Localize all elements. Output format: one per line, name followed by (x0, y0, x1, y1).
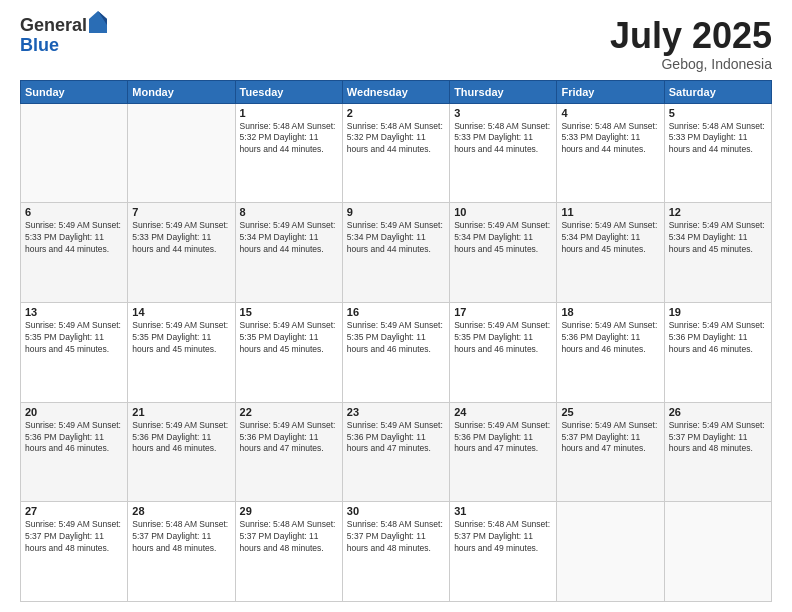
calendar-day-cell: 7Sunrise: 5:49 AM Sunset: 5:33 PM Daylig… (128, 203, 235, 303)
day-info: Sunrise: 5:49 AM Sunset: 5:36 PM Dayligh… (561, 320, 659, 356)
day-info: Sunrise: 5:49 AM Sunset: 5:35 PM Dayligh… (454, 320, 552, 356)
day-number: 11 (561, 206, 659, 218)
calendar-day-cell: 17Sunrise: 5:49 AM Sunset: 5:35 PM Dayli… (450, 302, 557, 402)
calendar-week-row: 1Sunrise: 5:48 AM Sunset: 5:32 PM Daylig… (21, 103, 772, 203)
calendar-day-cell: 20Sunrise: 5:49 AM Sunset: 5:36 PM Dayli… (21, 402, 128, 502)
day-number: 15 (240, 306, 338, 318)
day-number: 25 (561, 406, 659, 418)
calendar-day-cell: 27Sunrise: 5:49 AM Sunset: 5:37 PM Dayli… (21, 502, 128, 602)
calendar-day-cell: 30Sunrise: 5:48 AM Sunset: 5:37 PM Dayli… (342, 502, 449, 602)
day-number: 23 (347, 406, 445, 418)
day-number: 28 (132, 505, 230, 517)
calendar-day-cell: 12Sunrise: 5:49 AM Sunset: 5:34 PM Dayli… (664, 203, 771, 303)
day-info: Sunrise: 5:49 AM Sunset: 5:35 PM Dayligh… (240, 320, 338, 356)
day-number: 14 (132, 306, 230, 318)
svg-marker-0 (89, 11, 107, 33)
calendar-day-cell: 23Sunrise: 5:49 AM Sunset: 5:36 PM Dayli… (342, 402, 449, 502)
day-number: 19 (669, 306, 767, 318)
day-number: 29 (240, 505, 338, 517)
day-info: Sunrise: 5:49 AM Sunset: 5:36 PM Dayligh… (454, 420, 552, 456)
day-number: 30 (347, 505, 445, 517)
calendar-week-row: 6Sunrise: 5:49 AM Sunset: 5:33 PM Daylig… (21, 203, 772, 303)
month-title: July 2025 (610, 16, 772, 56)
logo-general-text: General (20, 16, 87, 36)
day-info: Sunrise: 5:49 AM Sunset: 5:36 PM Dayligh… (240, 420, 338, 456)
day-number: 4 (561, 107, 659, 119)
calendar-day-cell: 14Sunrise: 5:49 AM Sunset: 5:35 PM Dayli… (128, 302, 235, 402)
calendar-day-cell: 4Sunrise: 5:48 AM Sunset: 5:33 PM Daylig… (557, 103, 664, 203)
day-info: Sunrise: 5:49 AM Sunset: 5:34 PM Dayligh… (240, 220, 338, 256)
day-number: 6 (25, 206, 123, 218)
day-info: Sunrise: 5:48 AM Sunset: 5:37 PM Dayligh… (240, 519, 338, 555)
logo-icon (89, 11, 107, 33)
day-number: 3 (454, 107, 552, 119)
day-info: Sunrise: 5:48 AM Sunset: 5:32 PM Dayligh… (347, 121, 445, 157)
title-block: July 2025 Gebog, Indonesia (610, 16, 772, 72)
day-info: Sunrise: 5:48 AM Sunset: 5:37 PM Dayligh… (347, 519, 445, 555)
day-info: Sunrise: 5:49 AM Sunset: 5:36 PM Dayligh… (669, 320, 767, 356)
logo: General Blue (20, 16, 107, 56)
day-info: Sunrise: 5:48 AM Sunset: 5:37 PM Dayligh… (454, 519, 552, 555)
calendar-day-cell: 24Sunrise: 5:49 AM Sunset: 5:36 PM Dayli… (450, 402, 557, 502)
day-number: 31 (454, 505, 552, 517)
day-info: Sunrise: 5:49 AM Sunset: 5:33 PM Dayligh… (25, 220, 123, 256)
day-info: Sunrise: 5:48 AM Sunset: 5:32 PM Dayligh… (240, 121, 338, 157)
calendar-week-row: 20Sunrise: 5:49 AM Sunset: 5:36 PM Dayli… (21, 402, 772, 502)
day-info: Sunrise: 5:49 AM Sunset: 5:37 PM Dayligh… (561, 420, 659, 456)
calendar-day-cell: 1Sunrise: 5:48 AM Sunset: 5:32 PM Daylig… (235, 103, 342, 203)
weekday-header-row: SundayMondayTuesdayWednesdayThursdayFrid… (21, 80, 772, 103)
day-info: Sunrise: 5:49 AM Sunset: 5:33 PM Dayligh… (132, 220, 230, 256)
location: Gebog, Indonesia (610, 56, 772, 72)
calendar-day-cell: 8Sunrise: 5:49 AM Sunset: 5:34 PM Daylig… (235, 203, 342, 303)
calendar-day-cell: 26Sunrise: 5:49 AM Sunset: 5:37 PM Dayli… (664, 402, 771, 502)
day-info: Sunrise: 5:49 AM Sunset: 5:37 PM Dayligh… (669, 420, 767, 456)
day-number: 16 (347, 306, 445, 318)
day-number: 5 (669, 107, 767, 119)
day-info: Sunrise: 5:49 AM Sunset: 5:34 PM Dayligh… (347, 220, 445, 256)
weekday-header-cell: Thursday (450, 80, 557, 103)
day-number: 7 (132, 206, 230, 218)
calendar-day-cell: 19Sunrise: 5:49 AM Sunset: 5:36 PM Dayli… (664, 302, 771, 402)
calendar-day-cell: 11Sunrise: 5:49 AM Sunset: 5:34 PM Dayli… (557, 203, 664, 303)
calendar-day-cell: 6Sunrise: 5:49 AM Sunset: 5:33 PM Daylig… (21, 203, 128, 303)
calendar-day-cell: 29Sunrise: 5:48 AM Sunset: 5:37 PM Dayli… (235, 502, 342, 602)
day-number: 10 (454, 206, 552, 218)
day-number: 21 (132, 406, 230, 418)
day-number: 27 (25, 505, 123, 517)
day-number: 13 (25, 306, 123, 318)
calendar-day-cell (557, 502, 664, 602)
calendar-day-cell: 25Sunrise: 5:49 AM Sunset: 5:37 PM Dayli… (557, 402, 664, 502)
day-number: 18 (561, 306, 659, 318)
calendar-day-cell: 31Sunrise: 5:48 AM Sunset: 5:37 PM Dayli… (450, 502, 557, 602)
day-number: 22 (240, 406, 338, 418)
calendar-day-cell: 28Sunrise: 5:48 AM Sunset: 5:37 PM Dayli… (128, 502, 235, 602)
day-number: 9 (347, 206, 445, 218)
weekday-header-cell: Sunday (21, 80, 128, 103)
calendar-day-cell: 22Sunrise: 5:49 AM Sunset: 5:36 PM Dayli… (235, 402, 342, 502)
day-info: Sunrise: 5:49 AM Sunset: 5:35 PM Dayligh… (347, 320, 445, 356)
calendar-day-cell: 21Sunrise: 5:49 AM Sunset: 5:36 PM Dayli… (128, 402, 235, 502)
day-number: 12 (669, 206, 767, 218)
calendar-body: 1Sunrise: 5:48 AM Sunset: 5:32 PM Daylig… (21, 103, 772, 601)
weekday-header-cell: Saturday (664, 80, 771, 103)
day-info: Sunrise: 5:49 AM Sunset: 5:34 PM Dayligh… (454, 220, 552, 256)
day-info: Sunrise: 5:49 AM Sunset: 5:36 PM Dayligh… (347, 420, 445, 456)
weekday-header-cell: Wednesday (342, 80, 449, 103)
day-number: 1 (240, 107, 338, 119)
calendar-day-cell: 18Sunrise: 5:49 AM Sunset: 5:36 PM Dayli… (557, 302, 664, 402)
day-number: 2 (347, 107, 445, 119)
day-info: Sunrise: 5:49 AM Sunset: 5:35 PM Dayligh… (25, 320, 123, 356)
calendar-day-cell (21, 103, 128, 203)
calendar-day-cell: 5Sunrise: 5:48 AM Sunset: 5:33 PM Daylig… (664, 103, 771, 203)
calendar-day-cell: 2Sunrise: 5:48 AM Sunset: 5:32 PM Daylig… (342, 103, 449, 203)
calendar-table: SundayMondayTuesdayWednesdayThursdayFrid… (20, 80, 772, 602)
day-info: Sunrise: 5:49 AM Sunset: 5:34 PM Dayligh… (561, 220, 659, 256)
day-info: Sunrise: 5:49 AM Sunset: 5:35 PM Dayligh… (132, 320, 230, 356)
day-number: 8 (240, 206, 338, 218)
calendar-day-cell: 16Sunrise: 5:49 AM Sunset: 5:35 PM Dayli… (342, 302, 449, 402)
day-info: Sunrise: 5:49 AM Sunset: 5:37 PM Dayligh… (25, 519, 123, 555)
day-number: 17 (454, 306, 552, 318)
day-number: 20 (25, 406, 123, 418)
calendar-day-cell: 9Sunrise: 5:49 AM Sunset: 5:34 PM Daylig… (342, 203, 449, 303)
calendar-week-row: 27Sunrise: 5:49 AM Sunset: 5:37 PM Dayli… (21, 502, 772, 602)
